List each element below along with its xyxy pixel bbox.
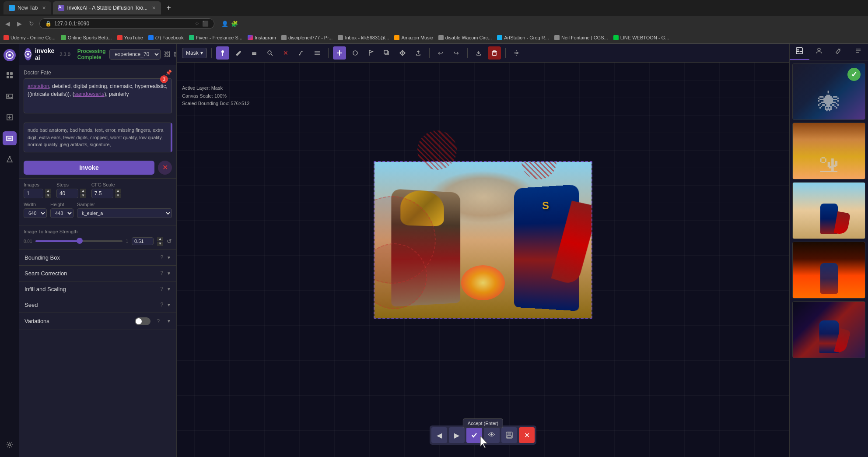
seed-help-icon[interactable]: ?: [160, 302, 163, 308]
tool-close[interactable]: ✕: [279, 46, 292, 60]
cfg-up[interactable]: ▲: [115, 189, 121, 193]
steps-down[interactable]: ▼: [80, 193, 86, 198]
tool-copy[interactable]: [380, 46, 393, 60]
bookmark-neil[interactable]: Neil Fontaine | CGS...: [554, 35, 608, 40]
tool-add[interactable]: [333, 46, 346, 60]
image-icon[interactable]: 🖼: [164, 51, 170, 58]
bookmark-webtoon[interactable]: LINE WEBTOON - G...: [613, 35, 669, 40]
images-up[interactable]: ▲: [45, 189, 51, 193]
extension-icon[interactable]: 🧩: [231, 21, 238, 27]
prompt-text[interactable]: artstation, detailed, digital painting, …: [24, 78, 172, 113]
right-tab-images[interactable]: [790, 44, 809, 60]
steps-up[interactable]: ▲: [80, 189, 86, 193]
right-tab-edit[interactable]: [829, 44, 849, 60]
new-tab-button[interactable]: +: [163, 3, 175, 14]
sidebar-icon-settings[interactable]: [3, 438, 17, 452]
variations-toggle[interactable]: [135, 317, 150, 325]
tool-circle[interactable]: [349, 46, 362, 60]
cfg-input[interactable]: [91, 189, 113, 198]
prompt-pin-icon[interactable]: 📌: [165, 70, 172, 76]
sidebar-icon-model[interactable]: [3, 68, 17, 82]
mask-select[interactable]: Mask ▾: [182, 48, 207, 58]
gallery-item-4[interactable]: [792, 242, 865, 299]
bookmark-wacom[interactable]: disable Wacom Circ...: [438, 35, 492, 40]
tool-pencil[interactable]: [232, 46, 245, 60]
close-cancel-button[interactable]: ✕: [519, 427, 535, 443]
tool-upload[interactable]: [412, 46, 425, 60]
refresh-button[interactable]: ↻: [27, 18, 36, 29]
tool-lines[interactable]: [311, 46, 324, 60]
invoke-cancel-button[interactable]: ✕: [158, 161, 172, 175]
gallery-item-1[interactable]: 🕷 ✓: [792, 63, 865, 120]
save-button[interactable]: [501, 427, 517, 443]
prev-button[interactable]: ◀: [431, 427, 447, 443]
i2i-reset-icon[interactable]: ↺: [167, 238, 172, 245]
bookmark-udemy[interactable]: Udemy - Online Co...: [4, 35, 56, 40]
bookmark-instagram[interactable]: Instagram: [248, 35, 276, 40]
back-button[interactable]: ◀: [4, 18, 12, 29]
sidebar-icon-img2img[interactable]: [3, 131, 17, 145]
i2i-value[interactable]: [132, 237, 154, 245]
variations-row[interactable]: Variations ? ▼: [19, 313, 176, 330]
experience-select[interactable]: experience_70: [109, 49, 161, 60]
tab-close-2[interactable]: ✕: [152, 5, 156, 11]
tool-zoom[interactable]: [263, 46, 276, 60]
sidebar-icon-inpaint[interactable]: [3, 152, 17, 166]
cfg-down[interactable]: ▼: [115, 193, 121, 198]
tab-close-1[interactable]: ✕: [42, 5, 46, 11]
tool-eraser[interactable]: [248, 46, 261, 60]
bookmark-youtube[interactable]: YouTube: [117, 35, 143, 40]
keyboard-icon[interactable]: ⌨: [174, 51, 177, 58]
infill-scaling-header[interactable]: Infill and Scaling ? ▼: [19, 281, 176, 297]
i2i-thumb[interactable]: [77, 238, 83, 244]
bounding-box-header[interactable]: Bounding Box ? ▼: [19, 250, 176, 265]
next-button[interactable]: ▶: [449, 427, 465, 443]
bounding-box-help-icon[interactable]: ?: [160, 254, 163, 260]
tool-redo[interactable]: ↪: [450, 46, 463, 60]
invoke-button[interactable]: Invoke: [24, 161, 154, 175]
seam-correction-header[interactable]: Seam Correction ? ▼: [19, 266, 176, 281]
gallery-item-5[interactable]: [792, 301, 865, 358]
profile-icon[interactable]: 👤: [221, 21, 228, 27]
bookmark-facebook[interactable]: (7) Facebook: [148, 35, 184, 40]
i2i-down[interactable]: ▼: [157, 242, 163, 246]
right-tab-settings[interactable]: [848, 44, 868, 60]
extensions-icon[interactable]: ⬛: [202, 21, 209, 27]
bookmark-sports[interactable]: Online Sports Betti...: [61, 35, 112, 40]
bookmark-star-icon[interactable]: ☆: [195, 21, 200, 27]
tool-settings[interactable]: [510, 46, 523, 60]
canvas-image[interactable]: S: [374, 161, 592, 319]
tool-brush[interactable]: [216, 46, 229, 60]
images-input[interactable]: [24, 189, 43, 198]
tool-undo[interactable]: ↩: [434, 46, 447, 60]
bookmark-inbox[interactable]: Inbox - klk56831@...: [338, 35, 389, 40]
bookmark-amazon[interactable]: Amazon Music: [394, 35, 433, 40]
variations-help-icon[interactable]: ?: [157, 318, 160, 324]
tool-pen[interactable]: [295, 46, 308, 60]
canvas-viewport[interactable]: Active Layer: Mask Canvas Scale: 100% Sc…: [177, 63, 789, 457]
images-down[interactable]: ▼: [45, 193, 51, 198]
seam-correction-help-icon[interactable]: ?: [160, 270, 163, 276]
height-select[interactable]: 448: [50, 208, 74, 218]
width-select[interactable]: 640: [24, 208, 47, 218]
tool-move[interactable]: [396, 46, 409, 60]
infill-scaling-help-icon[interactable]: ?: [160, 286, 163, 292]
bookmark-fiverr[interactable]: Fiverr - Freelance S...: [189, 35, 242, 40]
i2i-up[interactable]: ▲: [157, 237, 163, 241]
tab-new-tab[interactable]: 🌐 New Tab ✕: [4, 1, 51, 14]
bookmark-artstation[interactable]: ArtStation - Greg R...: [497, 35, 549, 40]
tool-flag[interactable]: [364, 46, 378, 60]
negative-prompt-text[interactable]: nude bad anatomy, bad hands, text, error…: [24, 123, 172, 152]
tool-delete[interactable]: [488, 46, 501, 60]
gallery-item-3[interactable]: [792, 182, 865, 239]
steps-input[interactable]: [56, 189, 78, 198]
sidebar-icon-txt2img[interactable]: [3, 110, 17, 124]
forward-button[interactable]: ▶: [15, 18, 24, 29]
i2i-slider[interactable]: [35, 240, 122, 242]
sampler-select[interactable]: k_euler_a: [77, 208, 172, 218]
tool-download[interactable]: [472, 46, 485, 60]
tab-invoke[interactable]: AI InvokeAI - A Stable Diffusion Too... …: [53, 1, 161, 14]
bookmark-discipline[interactable]: discipleneil777 - Pr...: [281, 35, 333, 40]
gallery-item-2[interactable]: 🏜: [792, 123, 865, 179]
right-tab-models[interactable]: [809, 44, 829, 60]
